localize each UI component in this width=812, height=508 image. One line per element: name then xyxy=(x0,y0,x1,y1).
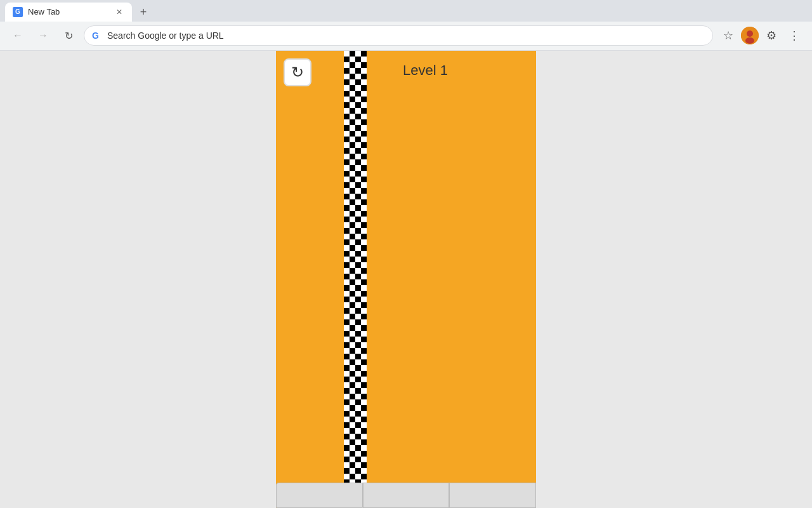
toolbar: ← → ↻ G Search Google or type a URL ☆ xyxy=(0,22,812,51)
star-icon: ☆ xyxy=(723,29,733,43)
level-display: Level 1 xyxy=(403,62,448,79)
game-container[interactable]: ↻ Level 1 xyxy=(276,51,536,508)
user-avatar[interactable] xyxy=(741,27,759,44)
tab-close-button[interactable]: ✕ xyxy=(114,7,124,17)
new-tab-button[interactable]: + xyxy=(134,4,152,22)
svg-point-2 xyxy=(745,37,754,44)
browser-frame: G New Tab ✕ + ← → ↻ G Search Google or t… xyxy=(0,0,812,508)
refresh-icon: ↻ xyxy=(65,30,73,42)
tab-bar: G New Tab ✕ + xyxy=(0,0,812,22)
address-bar[interactable]: G Search Google or type a URL xyxy=(84,25,713,46)
browser-tab[interactable]: G New Tab ✕ xyxy=(5,3,132,22)
forward-icon: → xyxy=(38,30,48,41)
extensions-button[interactable]: ⚙ xyxy=(761,25,782,46)
forward-button[interactable]: → xyxy=(33,25,53,46)
tab-title: New Tab xyxy=(28,7,60,17)
content-area: ↻ Level 1 xyxy=(0,51,812,508)
extensions-icon: ⚙ xyxy=(766,29,776,43)
checkered-wall xyxy=(344,51,367,508)
bottom-btn-middle[interactable] xyxy=(363,483,450,508)
avatar-image xyxy=(741,27,759,44)
refresh-button[interactable]: ↻ xyxy=(58,25,79,46)
svg-point-1 xyxy=(747,30,753,37)
tab-favicon: G xyxy=(13,7,23,17)
bottom-btn-left[interactable] xyxy=(276,483,363,508)
menu-icon: ⋮ xyxy=(789,29,800,43)
restart-icon: ↻ xyxy=(291,64,304,81)
bottom-btn-right[interactable] xyxy=(449,483,536,508)
address-text: Search Google or type a URL xyxy=(107,30,224,41)
back-button[interactable]: ← xyxy=(8,25,28,46)
menu-button[interactable]: ⋮ xyxy=(784,25,804,46)
restart-button[interactable]: ↻ xyxy=(284,58,311,86)
google-icon: G xyxy=(92,30,102,41)
back-icon: ← xyxy=(13,30,23,41)
toolbar-actions: ☆ ⚙ ⋮ xyxy=(718,25,804,46)
bookmark-button[interactable]: ☆ xyxy=(718,25,738,46)
bottom-bar xyxy=(276,483,536,508)
